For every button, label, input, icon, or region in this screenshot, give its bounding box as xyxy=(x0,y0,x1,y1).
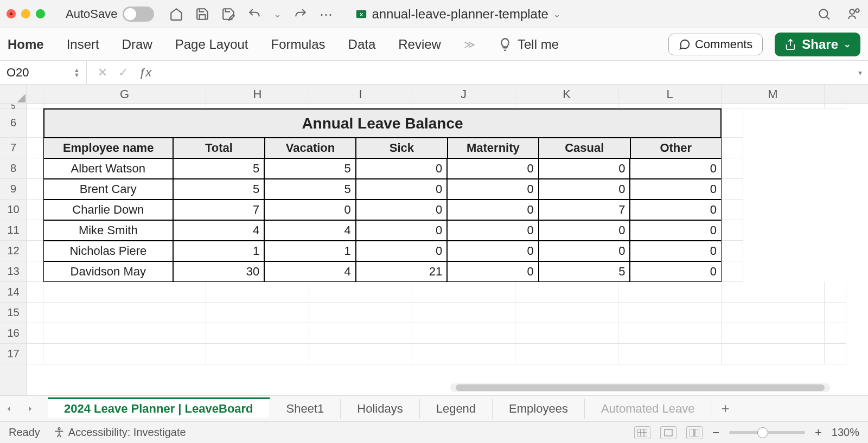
ribbon-tab-review[interactable]: Review xyxy=(398,37,441,52)
cell-sick[interactable]: 0 xyxy=(356,220,448,241)
row-header-10[interactable]: 10 xyxy=(0,200,27,220)
autosave-control[interactable]: AutoSave xyxy=(66,7,154,22)
cell-casual[interactable]: 7 xyxy=(539,200,630,220)
row-header-15[interactable]: 15 xyxy=(0,303,27,323)
cell-total[interactable]: 5 xyxy=(173,179,265,200)
cell-casual[interactable]: 0 xyxy=(539,220,630,241)
fx-icon[interactable]: ƒx xyxy=(139,66,151,80)
row-header-11[interactable]: 11 xyxy=(0,220,27,241)
sheet-tab-active[interactable]: 2024 Leave Planner | LeaveBoard xyxy=(48,397,270,418)
formula-input[interactable] xyxy=(162,61,852,84)
row-header-7[interactable]: 7 xyxy=(0,138,27,158)
cell-sick[interactable]: 0 xyxy=(356,158,448,179)
col-header-j[interactable]: J xyxy=(412,85,515,104)
ribbon-tab-page-layout[interactable]: Page Layout xyxy=(175,37,248,52)
cell-vacation[interactable]: 4 xyxy=(264,220,356,241)
ribbon-tab-home[interactable]: Home xyxy=(8,37,44,52)
document-title[interactable]: X annual-leave-planner-template ⌄ xyxy=(355,7,561,22)
view-normal-button[interactable] xyxy=(634,426,650,439)
cell-employee-name[interactable]: Mike Smith xyxy=(43,220,173,241)
ribbon-overflow-icon[interactable]: ≫ xyxy=(464,38,475,51)
view-page-break-button[interactable] xyxy=(686,426,703,439)
cell-maternity[interactable]: 0 xyxy=(447,179,539,200)
row-header-17[interactable]: 17 xyxy=(0,344,27,364)
row-header-8[interactable]: 8 xyxy=(0,158,27,179)
tab-nav-prev[interactable] xyxy=(4,405,26,413)
redo-icon[interactable] xyxy=(293,7,308,21)
cell-casual[interactable]: 0 xyxy=(539,179,630,200)
sheet-tab-automated[interactable]: Automated Leave xyxy=(585,399,711,419)
sheet-tab-legend[interactable]: Legend xyxy=(420,399,493,419)
header-vacation[interactable]: Vacation xyxy=(265,138,356,158)
col-header-h[interactable]: H xyxy=(206,85,309,104)
cell-maternity[interactable]: 0 xyxy=(447,200,539,220)
cell-employee-name[interactable]: Nicholas Piere xyxy=(43,241,173,261)
coauthor-icon[interactable] xyxy=(847,7,861,21)
sheet-tab-sheet1[interactable]: Sheet1 xyxy=(270,399,341,419)
minimize-window-button[interactable] xyxy=(21,9,30,18)
zoom-slider[interactable] xyxy=(729,431,805,434)
ribbon-tab-formulas[interactable]: Formulas xyxy=(271,37,326,52)
search-icon[interactable] xyxy=(817,7,831,21)
namebox-spinners[interactable]: ▲▼ xyxy=(74,68,80,78)
cell-other[interactable]: 0 xyxy=(630,179,722,200)
col-header-k[interactable]: K xyxy=(515,85,618,104)
select-all-corner[interactable] xyxy=(0,85,27,104)
cell-casual[interactable]: 0 xyxy=(539,241,630,261)
row-header-16[interactable]: 16 xyxy=(0,323,27,344)
header-employee-name[interactable]: Employee name xyxy=(43,138,173,158)
ribbon-tab-data[interactable]: Data xyxy=(348,37,376,52)
cell-casual[interactable]: 0 xyxy=(539,158,630,179)
ribbon-tab-insert[interactable]: Insert xyxy=(67,37,99,52)
header-sick[interactable]: Sick xyxy=(356,138,447,158)
name-box[interactable]: O20 ▲▼ xyxy=(0,61,87,84)
cell-vacation[interactable]: 5 xyxy=(264,158,356,179)
cell-maternity[interactable]: 0 xyxy=(447,241,539,261)
cell-vacation[interactable]: 5 xyxy=(264,179,356,200)
maximize-window-button[interactable] xyxy=(36,9,45,18)
cell-other[interactable]: 0 xyxy=(630,241,722,261)
cell-casual[interactable]: 5 xyxy=(539,261,630,282)
home-icon[interactable] xyxy=(169,7,183,21)
header-other[interactable]: Other xyxy=(630,138,722,158)
row-header-13[interactable]: 13 xyxy=(0,261,27,282)
header-total[interactable]: Total xyxy=(173,138,264,158)
col-header-l[interactable]: L xyxy=(618,85,722,104)
cell-other[interactable]: 0 xyxy=(630,261,722,282)
cell-sick[interactable]: 0 xyxy=(356,241,448,261)
cell-total[interactable]: 30 xyxy=(173,261,265,282)
zoom-level[interactable]: 130% xyxy=(832,426,859,439)
undo-dropdown-icon[interactable]: ⌄ xyxy=(273,8,282,20)
autosave-toggle[interactable] xyxy=(123,7,154,22)
cell-other[interactable]: 0 xyxy=(630,220,722,241)
header-casual[interactable]: Casual xyxy=(539,138,630,158)
more-icon[interactable]: ⋯ xyxy=(320,7,334,21)
table-title-cell[interactable]: Annual Leave Balance xyxy=(43,108,722,138)
cell-vacation[interactable]: 4 xyxy=(264,261,356,282)
sheet-tab-holidays[interactable]: Holidays xyxy=(341,399,419,419)
cell-total[interactable]: 1 xyxy=(173,241,265,261)
cell-sick[interactable]: 0 xyxy=(356,200,448,220)
close-window-button[interactable] xyxy=(7,9,16,18)
cell-sick[interactable]: 21 xyxy=(356,261,448,282)
cell-total[interactable]: 5 xyxy=(173,158,265,179)
cell-employee-name[interactable]: Brent Cary xyxy=(43,179,173,200)
cell-other[interactable]: 0 xyxy=(630,200,722,220)
col-header-m[interactable]: M xyxy=(722,85,825,104)
cell-total[interactable]: 4 xyxy=(173,220,265,241)
col-header-g[interactable]: G xyxy=(43,85,206,104)
accept-formula-icon[interactable]: ✓ xyxy=(118,66,128,80)
cell-sick[interactable]: 0 xyxy=(356,179,448,200)
row-header-6[interactable]: 6 xyxy=(0,108,27,138)
cell-total[interactable]: 7 xyxy=(173,200,265,220)
cell-maternity[interactable]: 0 xyxy=(447,158,539,179)
document-dropdown-icon[interactable]: ⌄ xyxy=(553,8,561,20)
cell-vacation[interactable]: 0 xyxy=(264,200,356,220)
comments-button[interactable]: Comments xyxy=(668,34,763,55)
ribbon-tab-draw[interactable]: Draw xyxy=(122,37,152,52)
row-header-14[interactable]: 14 xyxy=(0,282,27,303)
save-edit-icon[interactable] xyxy=(221,7,235,21)
cell-employee-name[interactable]: Albert Watson xyxy=(43,158,173,179)
accessibility-status[interactable]: Accessibility: Investigate xyxy=(53,426,186,439)
zoom-out-button[interactable]: − xyxy=(712,426,719,440)
